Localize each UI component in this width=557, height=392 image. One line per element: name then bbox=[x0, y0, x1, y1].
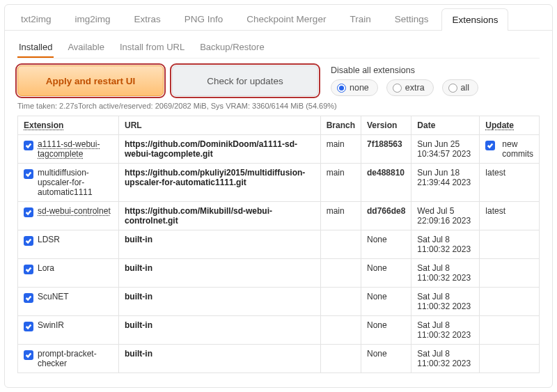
th-version: Version bbox=[361, 116, 411, 135]
tab-extensions[interactable]: Extensions bbox=[441, 8, 508, 31]
extension-version: None bbox=[361, 345, 411, 373]
checkbox-icon[interactable] bbox=[24, 169, 33, 179]
extension-date: Sun Jun 25 10:34:57 2023 bbox=[411, 135, 480, 164]
extension-version: None bbox=[361, 259, 411, 288]
radio-dot-icon bbox=[393, 84, 402, 93]
extension-version: None bbox=[361, 316, 411, 345]
extension-url: built-in bbox=[119, 259, 321, 288]
radio-all-label: all bbox=[461, 83, 470, 93]
checkbox-icon[interactable] bbox=[24, 293, 33, 303]
extension-url: built-in bbox=[119, 316, 321, 345]
checkbox-icon[interactable] bbox=[24, 322, 33, 331]
subtab-install-url[interactable]: Install from URL bbox=[118, 38, 186, 58]
tab-settings[interactable]: Settings bbox=[384, 8, 439, 30]
extension-name: LDSR bbox=[38, 235, 60, 244]
extension-update bbox=[480, 230, 540, 259]
checkbox-icon[interactable] bbox=[485, 141, 495, 150]
subtab-available[interactable]: Available bbox=[66, 38, 106, 58]
tab-extras[interactable]: Extras bbox=[124, 8, 171, 30]
extension-date: Sat Jul 8 11:00:32 2023 bbox=[411, 345, 480, 373]
checkbox-icon[interactable] bbox=[24, 141, 33, 150]
timing-text: Time taken: 2.27sTorch active/reserved: … bbox=[17, 102, 540, 110]
radio-dot-icon bbox=[448, 84, 457, 93]
extension-branch bbox=[320, 345, 361, 373]
extension-url: built-in bbox=[119, 230, 321, 259]
disable-label: Disable all extensions bbox=[331, 65, 478, 75]
subtab-installed[interactable]: Installed bbox=[17, 38, 54, 58]
extension-date: Sat Jul 8 11:00:32 2023 bbox=[411, 316, 480, 345]
extension-branch bbox=[320, 316, 361, 345]
extension-branch bbox=[320, 288, 361, 316]
th-url: URL bbox=[119, 116, 321, 135]
update-text: new commits bbox=[502, 139, 533, 159]
th-branch: Branch bbox=[320, 116, 361, 135]
extension-url: built-in bbox=[119, 345, 321, 373]
checkbox-icon[interactable] bbox=[24, 236, 33, 246]
table-row: sd-webui-controlnethttps://github.com/Mi… bbox=[18, 202, 540, 230]
extension-date: Wed Jul 5 22:09:16 2023 bbox=[411, 202, 480, 230]
radio-none-label: none bbox=[350, 83, 369, 93]
checkbox-icon[interactable] bbox=[24, 350, 33, 360]
tab-checkpoint-merger[interactable]: Checkpoint Merger bbox=[236, 8, 336, 30]
extension-branch bbox=[320, 259, 361, 288]
table-row: prompt-bracket-checkerbuilt-inNoneSat Ju… bbox=[18, 345, 540, 373]
main-tabs: txt2img img2img Extras PNG Info Checkpoi… bbox=[5, 5, 552, 30]
sub-tabs: Installed Available Install from URL Bac… bbox=[17, 38, 540, 58]
radio-extra[interactable]: extra bbox=[386, 79, 434, 96]
extension-branch: main bbox=[320, 164, 361, 202]
extension-version: de488810 bbox=[361, 164, 411, 202]
extension-name: ScuNET bbox=[38, 292, 69, 301]
apply-restart-button[interactable]: Apply and restart UI bbox=[17, 65, 164, 96]
extension-url: https://github.com/pkuliyi2015/multidiff… bbox=[119, 164, 321, 202]
extensions-table: Extension URL Branch Version Date Update… bbox=[17, 116, 540, 373]
tab-train[interactable]: Train bbox=[339, 8, 381, 30]
table-row: a1111-sd-webui-tagcompletehttps://github… bbox=[18, 135, 540, 164]
extension-update bbox=[480, 316, 540, 345]
extension-url: https://github.com/Mikubill/sd-webui-con… bbox=[119, 202, 321, 230]
extension-name: a1111-sd-webui-tagcomplete bbox=[38, 139, 113, 159]
extension-name: prompt-bracket-checker bbox=[38, 349, 113, 368]
th-extension[interactable]: Extension bbox=[18, 116, 119, 135]
extension-name: Lora bbox=[38, 263, 54, 273]
app-panel: txt2img img2img Extras PNG Info Checkpoi… bbox=[4, 4, 553, 388]
radio-extra-label: extra bbox=[405, 83, 425, 93]
extension-version: dd766de8 bbox=[361, 202, 411, 230]
extension-update: latest bbox=[480, 202, 540, 230]
subtab-backup-restore[interactable]: Backup/Restore bbox=[198, 38, 266, 58]
checkbox-icon[interactable] bbox=[24, 207, 33, 217]
extension-url: https://github.com/DominikDoom/a1111-sd-… bbox=[119, 135, 321, 164]
radio-none[interactable]: none bbox=[331, 79, 378, 96]
extension-update bbox=[480, 345, 540, 373]
extension-url: built-in bbox=[119, 288, 321, 316]
tab-img2img[interactable]: img2img bbox=[65, 8, 121, 30]
tab-txt2img[interactable]: txt2img bbox=[10, 8, 62, 30]
extension-name: multidiffusion-upscaler-for-automatic111… bbox=[38, 168, 113, 197]
extension-update bbox=[480, 288, 540, 316]
table-row: ScuNETbuilt-inNoneSat Jul 8 11:00:32 202… bbox=[18, 288, 540, 316]
disable-radios: none extra all bbox=[331, 79, 478, 96]
disable-extensions-block: Disable all extensions none extra all bbox=[331, 65, 478, 96]
extension-date: Sat Jul 8 11:00:32 2023 bbox=[411, 230, 480, 259]
action-row: Apply and restart UI Check for updates D… bbox=[17, 65, 540, 96]
extension-name: SwinIR bbox=[38, 320, 64, 330]
check-updates-button[interactable]: Check for updates bbox=[172, 65, 318, 96]
th-update[interactable]: Update bbox=[480, 116, 540, 135]
extension-version: None bbox=[361, 288, 411, 316]
extension-name: sd-webui-controlnet bbox=[38, 206, 111, 216]
extension-update bbox=[480, 259, 540, 288]
radio-all[interactable]: all bbox=[442, 79, 479, 96]
extension-branch: main bbox=[320, 202, 361, 230]
extension-update: new commits bbox=[480, 135, 540, 164]
table-row: SwinIRbuilt-inNoneSat Jul 8 11:00:32 202… bbox=[18, 316, 540, 345]
extension-version: 7f188563 bbox=[361, 135, 411, 164]
tab-png-info[interactable]: PNG Info bbox=[174, 8, 234, 30]
table-row: multidiffusion-upscaler-for-automatic111… bbox=[18, 164, 540, 202]
extension-branch: main bbox=[320, 135, 361, 164]
extension-version: None bbox=[361, 230, 411, 259]
extension-update: latest bbox=[480, 164, 540, 202]
extension-branch bbox=[320, 230, 361, 259]
th-date: Date bbox=[411, 116, 480, 135]
checkbox-icon[interactable] bbox=[24, 265, 33, 274]
table-row: LDSRbuilt-inNoneSat Jul 8 11:00:32 2023 bbox=[18, 230, 540, 259]
radio-dot-icon bbox=[337, 84, 346, 93]
